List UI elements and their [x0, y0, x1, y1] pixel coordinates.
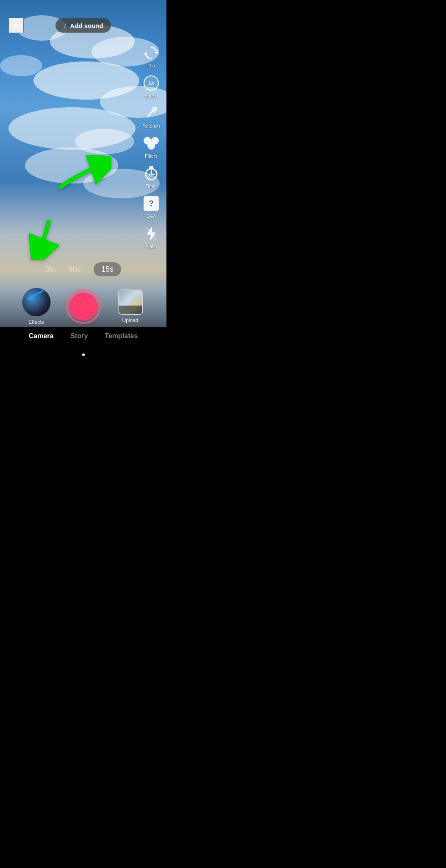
speed-value: 1x — [148, 80, 154, 86]
retouch-svg — [144, 106, 158, 120]
arrow-right-svg — [56, 155, 111, 193]
sidebar-item-timer[interactable]: 3 Timer — [140, 163, 162, 190]
retouch-label: Retouch — [143, 123, 160, 128]
flip-svg — [144, 46, 158, 60]
nav-tab-templates[interactable]: Templates — [96, 332, 146, 340]
upload-label: Upload — [122, 317, 138, 323]
bottom-nav: Camera Story Templates — [0, 327, 166, 361]
flash-svg — [145, 226, 157, 241]
duration-15s[interactable]: 15s — [94, 262, 121, 276]
nav-active-indicator — [82, 353, 85, 356]
nav-tab-camera[interactable]: Camera — [20, 332, 62, 340]
sidebar-item-filters[interactable]: Filters — [140, 133, 162, 160]
filters-circles — [144, 137, 159, 150]
qa-value: ? — [149, 199, 154, 208]
top-bar: ✕ ♪ Add sound — [0, 0, 166, 34]
filters-icon — [142, 134, 160, 152]
flash-label: Flash — [146, 244, 157, 249]
record-button-wrapper — [60, 289, 107, 324]
svg-rect-7 — [149, 166, 153, 168]
effects-label: Effects — [28, 319, 44, 325]
nav-tab-story[interactable]: Story — [62, 332, 96, 340]
add-sound-label: Add sound — [70, 22, 103, 29]
duration-3m[interactable]: 3m — [45, 265, 56, 274]
qa-label: Q&A — [146, 214, 156, 219]
record-button[interactable] — [66, 289, 101, 324]
flash-icon — [142, 225, 160, 242]
arrow-down-svg — [25, 217, 59, 260]
arrow-down-indicator — [25, 217, 59, 262]
svg-point-5 — [155, 107, 157, 108]
svg-point-6 — [156, 108, 158, 110]
sidebar-item-retouch[interactable]: Retouch — [140, 103, 162, 130]
duration-selector: 3m 60s 15s — [0, 262, 166, 276]
close-button[interactable]: ✕ — [8, 18, 24, 33]
effects-circle — [22, 288, 51, 317]
upload-button[interactable]: Upload — [107, 289, 154, 323]
nav-tabs: Camera Story Templates — [20, 332, 147, 340]
close-icon: ✕ — [12, 19, 20, 31]
filter-circle-3 — [147, 142, 155, 150]
duration-60s[interactable]: 60s — [69, 265, 81, 274]
sidebar-item-flip[interactable]: Flip — [140, 42, 162, 70]
filters-label: Filters — [145, 153, 158, 159]
qa-icon: ? — [142, 195, 160, 212]
speed-label: Speed — [144, 93, 158, 98]
svg-marker-1 — [144, 53, 147, 55]
record-button-inner — [69, 292, 97, 320]
upload-thumbnail — [118, 289, 143, 315]
retouch-icon — [142, 104, 160, 122]
svg-text:3: 3 — [148, 174, 151, 178]
svg-marker-0 — [155, 51, 158, 53]
timer-label: Timer — [145, 184, 157, 189]
sidebar-item-speed[interactable]: 1x Speed — [140, 72, 162, 100]
sidebar-item-flash[interactable]: Flash — [140, 223, 162, 250]
effects-button[interactable]: Effects — [13, 288, 60, 325]
speed-circle: 1x — [144, 75, 159, 91]
music-note-icon: ♪ — [63, 22, 66, 29]
timer-svg: 3 — [144, 166, 158, 181]
arrow-right-indicator — [56, 155, 111, 195]
flip-label: Flip — [147, 63, 155, 68]
speed-icon: 1x — [142, 74, 160, 92]
add-sound-button[interactable]: ♪ Add sound — [55, 18, 111, 33]
bottom-controls: Effects Upload — [0, 288, 166, 325]
sidebar-item-qa[interactable]: ? Q&A — [140, 193, 162, 220]
qa-bubble: ? — [144, 196, 159, 211]
right-sidebar: Flip 1x Speed Retouch — [140, 34, 162, 250]
flip-icon — [142, 44, 160, 62]
timer-icon: 3 — [142, 164, 160, 182]
